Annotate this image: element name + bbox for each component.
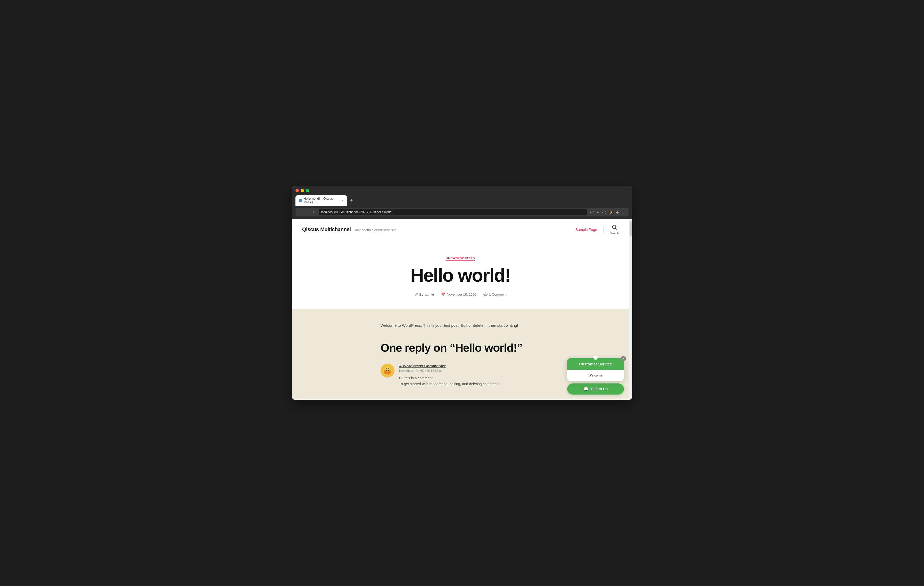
tab-favicon (299, 199, 302, 202)
comments-heading: One reply on “Hello world!” (381, 341, 540, 354)
content-inner: Welcome to WordPress. This is your first… (381, 322, 540, 387)
comment-item: A WordPress Commenter November 10, 2020 … (381, 364, 540, 387)
maximize-dot[interactable] (306, 189, 309, 192)
close-dot[interactable] (295, 189, 299, 192)
comment-text: Hi, this is a comment. To get started wi… (399, 375, 540, 387)
extensions-icon[interactable]: ⚡ (609, 210, 613, 214)
talk-btn-label: Talk to Us (591, 387, 608, 391)
tab-close-button[interactable]: × (342, 199, 343, 202)
minimize-dot[interactable] (300, 189, 304, 192)
search-label: Search (610, 232, 619, 235)
comment-date: November 10, 2020 at 12:33 am (399, 369, 540, 373)
nav-divider (603, 227, 604, 233)
cs-body: Welcome (567, 370, 624, 381)
translate-icon[interactable]: ☍ (590, 210, 594, 214)
forward-button[interactable]: → (306, 210, 309, 214)
post-comments-meta: 💬 1 Comment (483, 293, 507, 296)
browser-traffic-lights (295, 189, 629, 192)
site-title: Qiscus Multichannel (302, 227, 351, 232)
site-tagline: Just another WordPress site (355, 228, 396, 232)
site-branding: Qiscus Multichannel Just another WordPre… (302, 227, 396, 232)
address-bar: ← → ↻ ☍ ★ ◯ ⚡ ◆ ⋮ (295, 208, 629, 216)
tab-title: Hello world! – Qiscus Multica… (304, 197, 340, 204)
search-button[interactable]: Search (610, 224, 619, 235)
browser-chrome: Hello world! – Qiscus Multica… × + ← → ↻… (292, 186, 632, 219)
account-icon[interactable]: ◯ (602, 210, 606, 214)
site-header: Qiscus Multichannel Just another WordPre… (292, 219, 629, 240)
customer-service-widget: Customer Service × Welcome 💬 Talk to Us (567, 358, 624, 395)
author-icon: ☍ (414, 293, 418, 296)
author-prefix: By (419, 293, 423, 296)
menu-icon[interactable]: ⋮ (621, 210, 625, 214)
cs-header: Customer Service × (567, 358, 624, 370)
post-meta: ☍ By admin 📅 November 10, 2020 💬 1 Comme… (302, 293, 619, 296)
post-date: November 10, 2020 (447, 293, 476, 296)
talk-to-us-button[interactable]: 💬 Talk to Us (567, 384, 624, 395)
post-category[interactable]: UNCATEGORIZED (446, 257, 475, 260)
post-content: Welcome to WordPress. This is your first… (381, 322, 540, 329)
svg-line-1 (615, 228, 617, 229)
bookmark-icon[interactable]: ★ (596, 210, 600, 214)
active-tab[interactable]: Hello world! – Qiscus Multica… × (295, 195, 347, 206)
cs-welcome-text: Welcome (589, 374, 602, 377)
sample-page-link[interactable]: Sample Page (576, 227, 597, 232)
site-navigation: Sample Page Search (576, 224, 619, 235)
browser-action-buttons: ☍ ★ ◯ ⚡ ◆ ⋮ (590, 210, 625, 214)
cs-close-button[interactable]: × (621, 356, 626, 361)
reload-button[interactable]: ↻ (312, 210, 315, 214)
cs-chat-bubble: Customer Service × Welcome (567, 358, 624, 381)
comment-icon: 💬 (483, 293, 488, 296)
post-author-meta: ☍ By admin (414, 293, 434, 296)
comment-body: A WordPress Commenter November 10, 2020 … (399, 364, 540, 387)
post-header: UNCATEGORIZED Hello world! ☍ By admin 📅 … (292, 240, 629, 309)
scrollbar-thumb[interactable] (630, 221, 632, 236)
commenter-avatar (381, 364, 394, 377)
post-comments-count[interactable]: 1 Comment (489, 293, 507, 296)
new-tab-button[interactable]: + (348, 197, 355, 204)
svg-point-6 (388, 368, 389, 369)
cs-header-label: Customer Service (579, 362, 612, 366)
commenter-name[interactable]: A WordPress Commenter (399, 364, 540, 368)
scrollbar[interactable] (629, 219, 632, 400)
chat-bubble-icon: 💬 (583, 387, 589, 392)
comment-line-2: To get started with moderating, editing,… (399, 382, 500, 386)
browser-content: Qiscus Multichannel Just another WordPre… (292, 219, 629, 400)
url-input[interactable] (318, 209, 587, 215)
post-author[interactable]: admin (425, 293, 434, 296)
back-button[interactable]: ← (299, 210, 303, 214)
browser-window: Hello world! – Qiscus Multica… × + ← → ↻… (292, 186, 632, 400)
calendar-icon: 📅 (441, 293, 445, 296)
content-area: Welcome to WordPress. This is your first… (292, 309, 629, 400)
browser-content-wrapper: Qiscus Multichannel Just another WordPre… (292, 219, 632, 400)
svg-point-5 (386, 368, 387, 369)
profile-icon[interactable]: ◆ (616, 210, 619, 214)
search-icon (612, 224, 617, 231)
post-date-meta: 📅 November 10, 2020 (441, 293, 476, 296)
browser-tabs: Hello world! – Qiscus Multica… × + (295, 195, 629, 206)
post-title: Hello world! (302, 266, 619, 285)
comment-line-1: Hi, this is a comment. (399, 376, 434, 380)
